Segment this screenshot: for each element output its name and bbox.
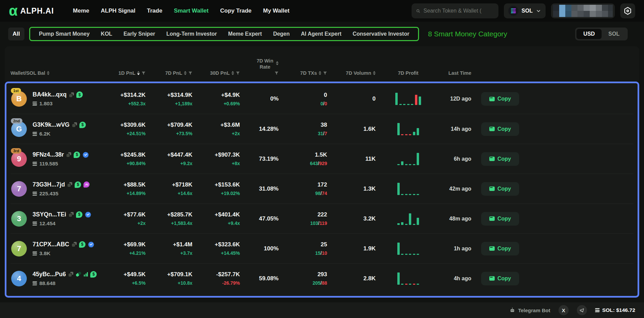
copy-button[interactable]: Copy	[481, 272, 519, 285]
search-icon	[416, 8, 420, 14]
wallet-address-redacted[interactable]	[551, 3, 615, 18]
copy-address-icon[interactable]	[72, 242, 77, 247]
txs-buys: 98	[315, 191, 321, 196]
category-item-pump-smart-money[interactable]: Pump Smart Money	[39, 31, 90, 37]
category-item-meme-expert[interactable]: Meme Expert	[228, 31, 262, 37]
header-cell-7d-win-rate[interactable]: 7D Win Rate	[240, 58, 279, 76]
copy-button[interactable]: Copy	[481, 152, 519, 166]
category-item-kol[interactable]: KOL	[101, 31, 112, 37]
currency-selector[interactable]: SOL	[504, 3, 546, 18]
header-cell-7d-txs[interactable]: 7D TXs	[279, 70, 327, 76]
sol-stack-icon	[33, 281, 37, 285]
win-rate-cell: 73.19%	[240, 156, 279, 162]
header-cell-wallet-sol-bal[interactable]: Wallet/SOL Bal	[11, 70, 112, 76]
wallet-address[interactable]: 3SYQn...TEi	[33, 211, 66, 218]
copy-button[interactable]: Copy	[481, 182, 519, 196]
txs-cell: 1.5K 643/929	[279, 152, 327, 166]
sol-balance: 119.585	[39, 161, 58, 167]
wallet-address[interactable]: BA4kk...qxq	[33, 91, 67, 98]
wallet-address[interactable]: 71CPX...ABC	[33, 241, 69, 248]
volume-cell: 0	[327, 95, 376, 102]
unit-usd[interactable]: USD	[576, 29, 602, 39]
search-input[interactable]	[423, 8, 494, 14]
copy-button-label: Copy	[497, 186, 511, 192]
filter-icon[interactable]	[274, 71, 279, 75]
category-item-ai-agent-expert[interactable]: AI Agent Expert	[301, 31, 341, 37]
table-row[interactable]: 2nd G G3K9k...wVG $ 6.2K +$309.6K +24.51…	[11, 114, 633, 144]
rank-badge: 2nd	[11, 118, 22, 124]
nav-item-trade[interactable]: Trade	[147, 7, 162, 14]
filter-icon[interactable]	[323, 71, 327, 75]
telegram-bot-link[interactable]: Telegram Bot	[509, 307, 550, 313]
sort-icon[interactable]	[319, 71, 321, 75]
chart-bar	[405, 254, 408, 255]
table-row[interactable]: 7 73G3H...7jd $AI 225.435 +$88.5K +14.89…	[11, 174, 633, 204]
table-row[interactable]: 3 3SYQn...TEi $ 12.454 +$77.6K +2x +$285…	[11, 204, 633, 233]
copy-button[interactable]: Copy	[481, 122, 519, 136]
pnl-30d-value: -$257.7K	[192, 271, 240, 278]
filter-all[interactable]: All	[8, 28, 24, 40]
wallet-address[interactable]: 45yBc...Pu6	[33, 271, 66, 278]
telegram-link[interactable]	[577, 305, 587, 315]
header-cell-30d-pnl[interactable]: 30D PnL	[192, 70, 240, 76]
filter-icon[interactable]	[188, 71, 192, 75]
copy-window-icon	[489, 187, 495, 191]
table-row[interactable]: 1st B BA4kk...qxq $ 1.803 +$314.2K +552.…	[11, 84, 633, 114]
copy-address-icon[interactable]	[69, 212, 74, 217]
copy-button[interactable]: Copy	[481, 242, 519, 255]
header-cell-1d-pnl[interactable]: 1D PnL	[112, 70, 146, 76]
smart-money-icon: $	[74, 152, 80, 158]
category-item-early-sniper[interactable]: Early Sniper	[124, 31, 155, 37]
copy-address-icon[interactable]	[72, 122, 77, 127]
sort-icon[interactable]	[231, 71, 234, 75]
verified-icon	[82, 152, 89, 158]
wallet-address[interactable]: 9FNz4...38r	[33, 151, 64, 158]
sol-balance: 88.648	[39, 280, 55, 286]
category-item-degen[interactable]: Degen	[273, 31, 290, 37]
copy-address-icon[interactable]	[67, 152, 71, 157]
copy-address-icon[interactable]	[68, 182, 72, 187]
settings-button[interactable]	[620, 3, 635, 18]
brand[interactable]: α ALPH.AI	[9, 4, 54, 18]
category-item-conservative-investor[interactable]: Conservative Investor	[353, 31, 409, 37]
copy-button[interactable]: Copy	[481, 212, 519, 226]
sort-icon[interactable]	[276, 61, 279, 65]
sol-balance: 1.803	[39, 101, 53, 107]
filter-icon[interactable]	[141, 71, 146, 75]
table-row[interactable]: 3rd 9 9FNz4...38r $ 119.585 +$245.8K +90…	[11, 144, 633, 174]
category-item-long-term-investor[interactable]: Long-Term Investor	[166, 31, 217, 37]
nav-item-copy-trade[interactable]: Copy Trade	[220, 7, 252, 14]
win-rate-value: 73.19%	[240, 156, 279, 162]
sort-icon[interactable]	[137, 71, 140, 75]
wallet-address[interactable]: G3K9k...wVG	[33, 121, 70, 128]
pnl-7d-cell: +$447.4K +9.2x	[146, 152, 192, 166]
verified-icon	[88, 241, 94, 248]
nav-item-meme[interactable]: Meme	[73, 7, 89, 14]
sort-icon[interactable]	[47, 71, 50, 75]
filter-icon[interactable]	[236, 71, 240, 75]
win-rate-cell: 14.28%	[240, 126, 279, 132]
unit-sol[interactable]: SOL	[602, 29, 626, 39]
nav-item-my-wallet[interactable]: My Wallet	[263, 7, 289, 14]
header-cell-7d-volumn[interactable]: 7D Volumn	[327, 70, 376, 76]
sort-icon[interactable]	[184, 71, 187, 75]
sol-balance: 225.435	[39, 191, 58, 197]
table-row[interactable]: 4 45yBc...Pu6 $ 88.648 +$49.5K +6.5% +$7…	[11, 263, 633, 293]
win-rate-cell: 31.08%	[240, 186, 279, 192]
chart-bar	[415, 95, 417, 105]
sort-icon[interactable]	[373, 71, 376, 75]
table-row[interactable]: 7 71CPX...ABC $ 3.8K +$69.9K +4.21% +$1.…	[11, 233, 633, 263]
sol-stack-icon	[33, 102, 37, 106]
copy-address-icon[interactable]	[69, 92, 74, 97]
nav-item-alph-signal[interactable]: ALPH Signal	[101, 7, 135, 14]
nav-item-smart-wallet[interactable]: Smart Wallet	[174, 7, 208, 14]
wallet-address[interactable]: 73G3H...7jd	[33, 181, 65, 188]
copy-button[interactable]: Copy	[481, 92, 519, 106]
x-link[interactable]: X	[558, 305, 569, 315]
pnl-1d-sub: +90.84%	[112, 161, 146, 166]
wallet-cell: 7 71CPX...ABC $ 3.8K	[11, 241, 112, 257]
search-box[interactable]	[412, 3, 498, 18]
copy-address-icon[interactable]	[69, 272, 73, 277]
wallet-cell: 7 73G3H...7jd $AI 225.435	[11, 181, 112, 197]
header-cell-7d-pnl[interactable]: 7D PnL	[146, 70, 192, 76]
